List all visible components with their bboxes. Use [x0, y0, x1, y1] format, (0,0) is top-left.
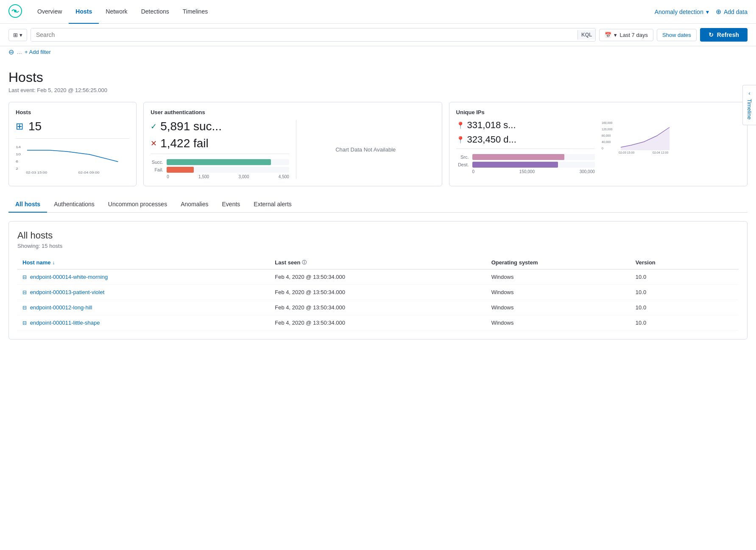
- nav-items: Overview Hosts Network Detections Timeli…: [31, 0, 655, 24]
- hosts-divider: [16, 138, 129, 139]
- svg-text:80,000: 80,000: [602, 134, 611, 137]
- svg-text:02-03 15:00: 02-03 15:00: [619, 151, 634, 154]
- th-hostname[interactable]: Host name ↓: [17, 256, 270, 269]
- cell-hostname: ⊟ endpoint-000013-patient-violet: [17, 285, 270, 300]
- bar-fill-src: [472, 154, 564, 160]
- last-event: Last event: Feb 5, 2020 @ 12:56:25.000: [8, 87, 748, 93]
- host-icon: ⊟: [22, 289, 27, 295]
- date-picker-button[interactable]: 📅 ▾ Last 7 days: [599, 29, 653, 41]
- hostname-link[interactable]: endpoint-000014-white-morning: [30, 274, 108, 280]
- hostname-link[interactable]: endpoint-000012-long-hill: [30, 304, 92, 311]
- bar-label-src: Src.: [456, 154, 469, 160]
- search-input-wrap: KQL: [31, 28, 596, 42]
- hostname-sort-link[interactable]: Host name: [22, 259, 50, 266]
- timeline-sidebar[interactable]: ‹ Timeline: [742, 85, 756, 125]
- auth-fail-metric: ✕ 1,422 fail: [151, 137, 289, 150]
- tab-all-hosts[interactable]: All hosts: [8, 196, 47, 213]
- cell-version: 10.0: [630, 315, 739, 331]
- unique-ips-stat-card: Unique IPs 📍 331,018 s... 📍 323,450 d...: [449, 102, 748, 186]
- cell-version: 10.0: [630, 300, 739, 315]
- host-icon: ⊟: [22, 305, 27, 311]
- unique-x-labels: 0 150,000 300,000: [456, 169, 595, 174]
- bar-fill-succ: [167, 159, 271, 165]
- auth-success-metric: ✓ 5,891 suc...: [151, 120, 289, 133]
- svg-text:14: 14: [16, 145, 21, 149]
- search-bar: ⊞ ▾ KQL 📅 ▾ Last 7 days Show dates ↻ Ref…: [0, 24, 756, 46]
- th-os: Operating system: [486, 256, 630, 269]
- x-icon: ✕: [151, 139, 157, 148]
- svg-text:160,000: 160,000: [602, 121, 612, 124]
- cell-os: Windows: [486, 315, 630, 331]
- refresh-icon: ↻: [709, 31, 714, 38]
- tab-authentications[interactable]: Authentications: [47, 196, 101, 213]
- tab-events[interactable]: Events: [215, 196, 247, 213]
- filter-icon[interactable]: ⊖: [8, 48, 14, 56]
- add-data-button[interactable]: ⊕ Add data: [716, 8, 748, 16]
- hosts-chart: 14 10 6 2 02-03 15:00 02-04 09:00: [16, 144, 129, 174]
- svg-point-1: [14, 10, 17, 12]
- refresh-button[interactable]: ↻ Refresh: [700, 28, 748, 42]
- plus-circle-icon: ⊕: [716, 8, 721, 16]
- search-type-button[interactable]: ⊞ ▾: [8, 29, 27, 41]
- show-dates-button[interactable]: Show dates: [657, 29, 697, 41]
- auth-fail-count: 1,422 fail: [160, 137, 209, 150]
- filter-separator: …: [17, 49, 22, 55]
- unique-divider: [456, 149, 595, 149]
- tab-uncommon-processes[interactable]: Uncommon processes: [101, 196, 174, 213]
- nav-item-detections[interactable]: Detections: [134, 0, 176, 24]
- svg-text:120,000: 120,000: [602, 128, 612, 131]
- dest-count: 323,450 d...: [467, 134, 516, 145]
- host-icon: ⊟: [22, 274, 27, 280]
- th-version: Version: [630, 256, 739, 269]
- add-filter-button[interactable]: + Add filter: [25, 49, 51, 55]
- cell-hostname: ⊟ endpoint-000012-long-hill: [17, 300, 270, 315]
- top-nav: Overview Hosts Network Detections Timeli…: [0, 0, 756, 24]
- stats-row: Hosts ⊞ 15 14 10 6 2 02-03 15:00 02-04 0…: [8, 102, 748, 186]
- nav-item-timelines[interactable]: Timelines: [176, 0, 215, 24]
- cell-last-seen: Feb 4, 2020 @ 13:50:34.000: [270, 300, 486, 315]
- cell-version: 10.0: [630, 269, 739, 285]
- hosts-stat-main: ⊞ 15: [16, 120, 129, 133]
- th-last-seen: Last seen ⓘ: [270, 256, 486, 269]
- filter-row: ⊖ … + Add filter: [0, 46, 756, 59]
- table-row: ⊟ endpoint-000012-long-hill Feb 4, 2020 …: [17, 300, 739, 315]
- cell-hostname: ⊟ endpoint-000014-white-morning: [17, 269, 270, 285]
- chevron-down-icon: ▾: [614, 32, 617, 38]
- bar-fill-dest: [472, 162, 558, 168]
- nav-item-hosts[interactable]: Hosts: [69, 0, 99, 24]
- unique-ips-content: 📍 331,018 s... 📍 323,450 d... Src.: [456, 120, 740, 174]
- hosts-count: 15: [28, 120, 42, 133]
- tabs-row: All hosts Authentications Uncommon proce…: [8, 196, 748, 213]
- nav-item-overview[interactable]: Overview: [31, 0, 69, 24]
- auth-bar-chart: Succ. Fail. 0: [151, 159, 289, 179]
- auth-right: Chart Data Not Available: [296, 120, 435, 179]
- server-icon: ⊞: [16, 121, 23, 132]
- tab-anomalies[interactable]: Anomalies: [174, 196, 215, 213]
- all-hosts-subtitle: Showing: 15 hosts: [17, 243, 739, 249]
- anomaly-detection-button[interactable]: Anomaly detection ▾: [655, 8, 709, 15]
- info-icon[interactable]: ⓘ: [302, 259, 307, 266]
- hosts-table: Host name ↓ Last seen ⓘ Operating system…: [17, 256, 739, 331]
- bar-fill-fail: [167, 167, 194, 173]
- cell-hostname: ⊟ endpoint-000011-little-shape: [17, 315, 270, 331]
- all-hosts-card: All hosts Showing: 15 hosts Host name ↓ …: [8, 221, 748, 340]
- unique-ips-left: 📍 331,018 s... 📍 323,450 d... Src.: [456, 120, 598, 174]
- unique-source-metric: 📍 331,018 s...: [456, 120, 595, 131]
- table-row: ⊟ endpoint-000013-patient-violet Feb 4, …: [17, 285, 739, 300]
- bar-track-dest: [472, 162, 595, 168]
- tab-external-alerts[interactable]: External alerts: [247, 196, 298, 213]
- hostname-link[interactable]: endpoint-000011-little-shape: [30, 320, 100, 326]
- pin-icon-source: 📍: [456, 121, 465, 129]
- auth-card-title: User authentications: [151, 109, 435, 115]
- cell-os: Windows: [486, 300, 630, 315]
- auth-divider: [151, 154, 289, 154]
- svg-text:02-04 12:00: 02-04 12:00: [653, 151, 668, 154]
- hosts-stat-card: Hosts ⊞ 15 14 10 6 2 02-03 15:00 02-04 0…: [8, 102, 137, 186]
- hostname-link[interactable]: endpoint-000013-patient-violet: [30, 289, 105, 295]
- kql-badge[interactable]: KQL: [577, 30, 595, 39]
- table-icon: ⊞: [13, 32, 18, 38]
- nav-item-network[interactable]: Network: [99, 0, 134, 24]
- search-input[interactable]: [31, 28, 577, 41]
- auth-x-labels: 0 1,500 3,000 4,500: [151, 174, 289, 179]
- bar-track-src: [472, 154, 595, 160]
